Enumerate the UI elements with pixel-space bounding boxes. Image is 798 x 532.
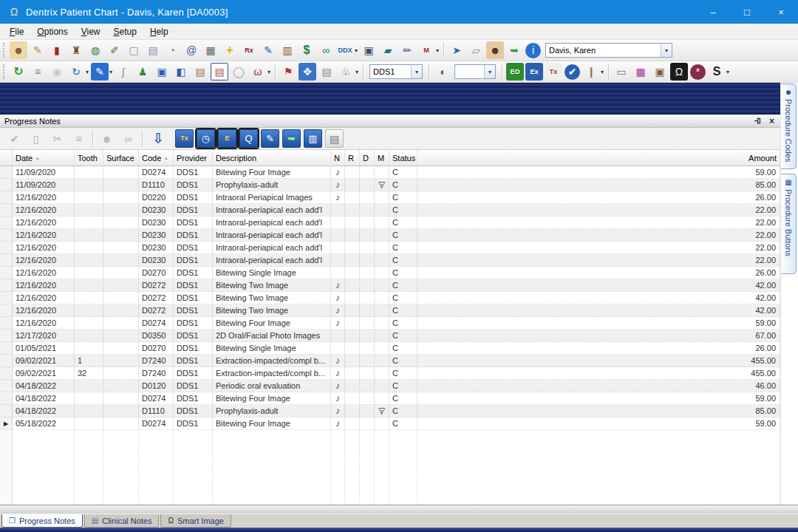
- patient-info-icon[interactable]: ☻: [10, 41, 27, 59]
- row-selector[interactable]: [0, 242, 13, 254]
- clinical-note-icon[interactable]: ♪: [335, 418, 340, 429]
- navigate-panel-icon[interactable]: ✥: [299, 63, 316, 81]
- blank-card-icon[interactable]: ▢: [125, 41, 143, 59]
- document-center-icon[interactable]: ▥: [279, 41, 296, 59]
- palette-icon[interactable]: ▦: [632, 63, 649, 81]
- refresh-icon[interactable]: ↻: [10, 63, 27, 81]
- clinical-note-icon[interactable]: ♪: [335, 355, 340, 366]
- row-selector[interactable]: [0, 405, 13, 417]
- horizontal-scrollbar[interactable]: [0, 505, 798, 514]
- table-row[interactable]: 01/05/2021D0270DDS1Bitewing Single Image…: [0, 342, 780, 355]
- table-row[interactable]: 04/18/2022D0274DDS1Bitewing Four Image♪C…: [0, 392, 780, 405]
- show-events-icon[interactable]: E: [218, 129, 236, 148]
- toolbar-grip[interactable]: [3, 43, 6, 58]
- insert-dated-note-icon[interactable]: ⇩: [147, 129, 169, 148]
- family-file-icon[interactable]: ▮: [48, 41, 66, 59]
- clinical-note-icon[interactable]: ♪: [335, 167, 340, 177]
- ddx-button-dropdown[interactable]: ▾: [355, 47, 358, 54]
- education-book-icon[interactable]: M: [417, 41, 435, 59]
- show-clinical-notes-icon[interactable]: ✎: [261, 129, 279, 148]
- expanded-view-icon[interactable]: ▥: [304, 129, 322, 148]
- table-row[interactable]: 12/16/2020D0270DDS1Bitewing Single Image…: [0, 267, 780, 279]
- row-selector[interactable]: [0, 392, 13, 405]
- show-appointments-icon[interactable]: ◷: [197, 129, 215, 148]
- row-selector[interactable]: [0, 279, 13, 292]
- chart-refresh-icon[interactable]: ↻: [67, 63, 85, 81]
- tx-plan-icon[interactable]: Tx: [545, 63, 562, 81]
- add-icon[interactable]: +: [221, 41, 239, 59]
- row-selector[interactable]: [0, 166, 13, 179]
- column-header-status[interactable]: Status: [389, 150, 417, 166]
- menu-setup[interactable]: Setup: [107, 25, 143, 38]
- clinical-note-icon[interactable]: ♪: [335, 180, 340, 190]
- column-header-amount[interactable]: Amount: [417, 150, 780, 166]
- picture-frame-icon[interactable]: ▱: [467, 41, 485, 59]
- table-row[interactable]: 11/09/2020D1110DDS1Prophylaxis-adult♪▽TC…: [0, 179, 780, 191]
- clinical-note-icon[interactable]: ♪: [335, 406, 340, 416]
- referrals-icon[interactable]: ◍: [86, 41, 104, 59]
- table-row[interactable]: 12/16/2020D0230DDS1Intraoral-periapical …: [0, 254, 780, 267]
- explorer-probe-icon[interactable]: ∫: [115, 63, 132, 81]
- row-selector[interactable]: [0, 304, 13, 317]
- bottom-tab-clinical-notes[interactable]: ▤Clinical Notes: [84, 514, 160, 528]
- menu-help[interactable]: Help: [143, 25, 175, 38]
- column-header-m[interactable]: M: [375, 150, 389, 166]
- row-selector[interactable]: [0, 191, 13, 204]
- close-button[interactable]: ×: [764, 0, 798, 24]
- id-card-icon[interactable]: ▣: [360, 41, 378, 59]
- treatment-planner-icon[interactable]: ✎: [91, 63, 109, 81]
- table-row[interactable]: 12/17/2020D0350DDS12D Oral/Facial Photo …: [0, 330, 780, 342]
- ddx-button[interactable]: DDX: [336, 41, 354, 59]
- provider-combo[interactable]: DDS1▾: [369, 64, 423, 79]
- minimize-button[interactable]: –: [696, 0, 730, 24]
- eo-exam-icon[interactable]: EO: [506, 63, 524, 81]
- premed-alert-icon[interactable]: ▽T: [378, 180, 385, 190]
- office-journal-icon[interactable]: ♜: [67, 41, 85, 59]
- dental-chair-icon[interactable]: ♟: [134, 63, 151, 81]
- clinical-note-icon[interactable]: ♪: [335, 368, 340, 378]
- row-selector[interactable]: [0, 267, 13, 279]
- right-tab-procedure-buttons[interactable]: ▦Procedure Buttons: [781, 174, 797, 274]
- row-selector[interactable]: [0, 367, 13, 380]
- clinical-note-icon[interactable]: ♪: [335, 280, 340, 290]
- quick-rx-icon[interactable]: ♧: [337, 63, 355, 81]
- aux-combo-dropdown[interactable]: ▾: [484, 65, 495, 78]
- light-switch-icon-dropdown[interactable]: ▾: [601, 69, 604, 75]
- send-patient-icon[interactable]: ➤: [448, 41, 466, 59]
- monitor-panel-icon[interactable]: ◧: [172, 63, 190, 81]
- patient-select-combo[interactable]: ▾: [545, 43, 672, 58]
- fees-icon[interactable]: $: [298, 41, 316, 59]
- list-view-icon[interactable]: ▤: [325, 129, 344, 148]
- email-icon[interactable]: @: [183, 41, 200, 59]
- maximize-button[interactable]: □: [730, 0, 764, 24]
- row-selector[interactable]: [0, 355, 13, 367]
- table-row[interactable]: 04/18/2022D1110DDS1Prophylaxis-adult♪▽TC…: [0, 405, 780, 417]
- clinical-note-icon[interactable]: ♪: [335, 381, 340, 391]
- quick-letters-icon[interactable]: ▦: [202, 41, 219, 59]
- smart-image-menu-dropdown[interactable]: ▾: [726, 69, 729, 75]
- row-selector[interactable]: [0, 380, 13, 392]
- lab-case-icon[interactable]: ✎: [259, 41, 277, 59]
- dentures-icon-dropdown[interactable]: ▾: [267, 69, 270, 75]
- progress-notes-toggle[interactable]: ▤: [211, 63, 228, 81]
- switch-patient-icon[interactable]: ➥: [505, 41, 523, 59]
- notepad-icon[interactable]: ▤: [318, 63, 335, 81]
- clinical-note-icon[interactable]: ♪: [335, 318, 340, 328]
- premed-alert-icon[interactable]: ▽T: [378, 406, 385, 416]
- column-header-provider[interactable]: Provider: [174, 150, 213, 166]
- patient-select-combo-input[interactable]: [546, 46, 661, 55]
- gear-flower-icon[interactable]: *: [690, 64, 706, 80]
- patient-alerts-icon[interactable]: ✎: [29, 41, 47, 59]
- column-header-r[interactable]: R: [345, 150, 360, 166]
- clipboard-tooth-icon[interactable]: ▤: [191, 63, 209, 81]
- consent-doc-icon[interactable]: ✏: [398, 41, 416, 59]
- patient-select-combo-dropdown[interactable]: ▾: [661, 44, 672, 57]
- patient-photo[interactable]: ☻: [486, 41, 504, 59]
- smart-image-menu[interactable]: S: [708, 63, 726, 81]
- table-row[interactable]: ▶05/18/2022D0274DDS1Bitewing Four Image♪…: [0, 417, 780, 430]
- column-header-code[interactable]: Code▴: [139, 150, 174, 166]
- light-switch-icon[interactable]: ❙: [582, 63, 600, 81]
- column-header-tooth[interactable]: Tooth: [75, 150, 103, 166]
- column-header-n[interactable]: N: [331, 150, 345, 166]
- row-selector[interactable]: [0, 342, 13, 355]
